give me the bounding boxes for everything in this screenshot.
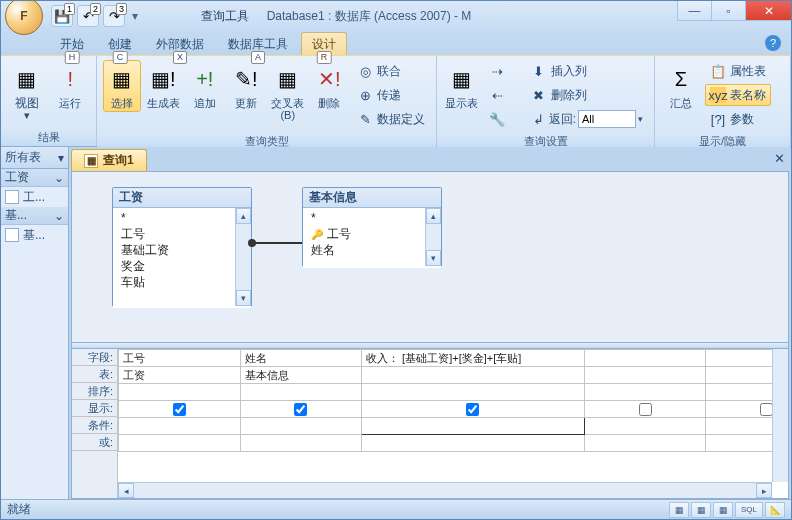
qat-undo[interactable]: ↶2 (77, 5, 99, 27)
grid-cell[interactable] (240, 401, 362, 418)
nav-item-0-0[interactable]: 工... (1, 187, 68, 207)
table-box-0[interactable]: 工资*工号基础工资奖金车贴▴▾ (112, 187, 252, 307)
grid-cell[interactable] (362, 367, 585, 384)
tab-home[interactable]: 开始H (49, 32, 95, 55)
grid-cell[interactable]: 工号 (119, 350, 241, 367)
nav-head[interactable]: 所有表▾ (1, 147, 68, 169)
nav-item-1-0[interactable]: 基... (1, 225, 68, 245)
grid-cell[interactable] (240, 418, 362, 435)
v-scrollbar[interactable] (772, 349, 788, 482)
tab-external[interactable]: 外部数据X (145, 32, 215, 55)
grid-cell[interactable] (584, 367, 706, 384)
chart-view-button[interactable]: ▦ (713, 502, 733, 518)
grid-cell[interactable]: 工资 (119, 367, 241, 384)
tab-dbtools[interactable]: 数据库工具A (217, 32, 299, 55)
grid-cell[interactable] (119, 418, 241, 435)
qat-save[interactable]: 💾1 (51, 5, 73, 27)
grid-cell[interactable]: 基本信息 (240, 367, 362, 384)
update-button[interactable]: ✎!更新 (228, 60, 266, 112)
crosstab-button[interactable]: ▦交叉表(B) (269, 60, 307, 124)
show-checkbox[interactable] (173, 403, 186, 416)
grid-cell[interactable] (362, 401, 585, 418)
field-item[interactable]: 工号 (117, 226, 247, 242)
field-item[interactable]: 姓名 (307, 242, 437, 258)
table-icon (5, 228, 19, 242)
table-scrollbar[interactable]: ▴▾ (235, 208, 251, 306)
minimize-button[interactable]: — (677, 1, 711, 21)
return-combo[interactable]: ↲返回:▾ (526, 108, 648, 130)
grid-cell[interactable]: 姓名 (240, 350, 362, 367)
tablenames-button[interactable]: xyz表名称 (705, 84, 771, 106)
insertrow-button[interactable]: ⇢ (484, 60, 521, 82)
nav-group-0[interactable]: 工资⌄ (1, 169, 68, 187)
tab-design[interactable]: 设计R (301, 32, 347, 55)
showtable-button[interactable]: ▦显示表 (443, 60, 480, 112)
grid-cell[interactable]: 收入： [基础工资]+[奖金]+[车贴] (362, 350, 585, 367)
grid-cell[interactable] (119, 435, 241, 452)
grid-cell[interactable] (584, 384, 706, 401)
grid-cell[interactable] (119, 384, 241, 401)
grid-cell[interactable] (584, 401, 706, 418)
office-button[interactable]: F (5, 0, 43, 35)
grid-cell[interactable] (240, 435, 362, 452)
doc-close-button[interactable]: ✕ (774, 151, 785, 166)
field-item[interactable]: 🔑工号 (307, 226, 437, 242)
show-checkbox[interactable] (639, 403, 652, 416)
grid-cell[interactable] (362, 418, 585, 435)
view-button[interactable]: ▦视图▾ (7, 60, 47, 124)
totals-button[interactable]: Σ汇总 (661, 60, 701, 112)
nav-group-1[interactable]: 基...⌄ (1, 207, 68, 225)
table-box-head[interactable]: 基本信息 (303, 188, 441, 208)
params-button[interactable]: [?]参数 (705, 108, 771, 130)
qat-redo[interactable]: ↷3 (103, 5, 125, 27)
grid-cell[interactable] (584, 350, 706, 367)
append-button[interactable]: +!追加 (186, 60, 224, 112)
splitter[interactable] (72, 342, 788, 349)
run-button[interactable]: !运行 (51, 60, 91, 112)
passthru-button[interactable]: ⊕传递 (352, 84, 430, 106)
maximize-button[interactable]: ▫ (711, 1, 745, 21)
design-view-button[interactable]: 📐 (765, 502, 785, 518)
table-box-1[interactable]: 基本信息*🔑工号姓名▴▾ (302, 187, 442, 267)
pivot-view-button[interactable]: ▦ (691, 502, 711, 518)
propsheet-button[interactable]: 📋属性表 (705, 60, 771, 82)
show-checkbox[interactable] (466, 403, 479, 416)
help-icon[interactable]: ? (765, 35, 781, 51)
builder-button[interactable]: 🔧 (484, 108, 521, 130)
field-item[interactable]: * (307, 210, 437, 226)
qat-dropdown[interactable]: ▾ (129, 5, 141, 27)
delete-button[interactable]: ✕!删除 (311, 60, 349, 112)
field-item[interactable]: 基础工资 (117, 242, 247, 258)
datasheet-view-button[interactable]: ▦ (669, 502, 689, 518)
grid-cell[interactable] (584, 418, 706, 435)
crosstab-icon: ▦ (272, 63, 304, 95)
table-scrollbar[interactable]: ▴▾ (425, 208, 441, 266)
deletecol-button[interactable]: ✖删除列 (526, 84, 648, 106)
table-box-head[interactable]: 工资 (113, 188, 251, 208)
field-item[interactable]: 奖金 (117, 258, 247, 274)
tab-create[interactable]: 创建C (97, 32, 143, 55)
select-query-button[interactable]: ▦选择 (103, 60, 141, 112)
qbe-grid[interactable]: 工号姓名收入： [基础工资]+[奖金]+[车贴]工资基本信息 (118, 349, 788, 452)
datadef-button[interactable]: ✎数据定义 (352, 108, 430, 130)
show-checkbox[interactable] (294, 403, 307, 416)
close-button[interactable]: ✕ (745, 1, 791, 21)
grid-cell[interactable] (240, 384, 362, 401)
sql-view-button[interactable]: SQL (735, 502, 763, 518)
doc-tab-query1[interactable]: ▦查询1 (71, 149, 147, 171)
grid-cell[interactable] (362, 435, 585, 452)
insertcol-button[interactable]: ⬇插入列 (526, 60, 648, 82)
grid-cell[interactable] (362, 384, 585, 401)
relationship-pane[interactable]: 工资*工号基础工资奖金车贴▴▾基本信息*🔑工号姓名▴▾ (72, 172, 788, 342)
maketable-button[interactable]: ▦!生成表 (145, 60, 183, 112)
field-item[interactable]: 车贴 (117, 274, 247, 290)
deletecol-icon: ✖ (531, 87, 547, 103)
h-scrollbar[interactable]: ◂▸ (118, 482, 772, 498)
return-input[interactable] (578, 110, 636, 128)
union-button[interactable]: ◎联合 (352, 60, 430, 82)
grid-icon: ▦ (106, 63, 138, 95)
grid-cell[interactable] (584, 435, 706, 452)
deleterow-button[interactable]: ⇠ (484, 84, 521, 106)
field-item[interactable]: * (117, 210, 247, 226)
grid-cell[interactable] (119, 401, 241, 418)
